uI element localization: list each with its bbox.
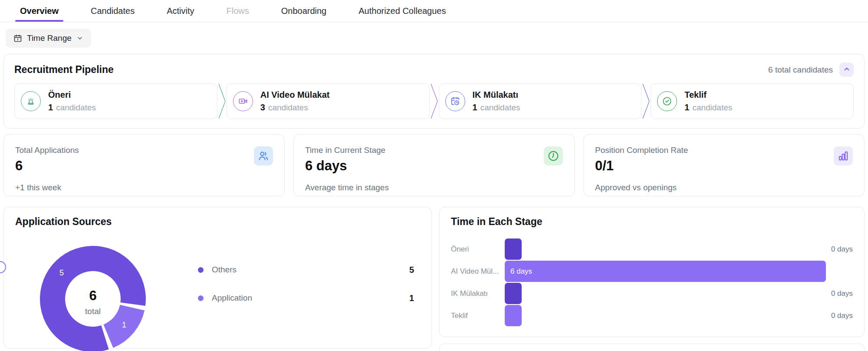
bar-fill[interactable] — [505, 283, 522, 304]
stat-label: Position Completion Rate — [595, 146, 853, 155]
siren-icon — [21, 91, 41, 111]
legend-value: 1 — [409, 293, 414, 303]
time-in-each-stage-card: Time in Each Stage Öneri0 daysAI Video M… — [439, 207, 865, 337]
stage-count: 1 — [473, 103, 477, 112]
application-sources-title: Application Sources — [15, 216, 420, 228]
stat-value: 6 days — [305, 158, 563, 174]
bar-track — [505, 283, 826, 304]
legend-value: 5 — [409, 265, 414, 275]
stage-count: 1 — [684, 103, 689, 112]
calendar-icon — [13, 34, 22, 43]
charts-row: Application Sources 516total Others5Appl… — [3, 207, 865, 351]
bar-track — [505, 305, 826, 326]
stat-value: 6 — [15, 158, 273, 174]
stage-card-ik-mulakati[interactable]: IK Mülakatı 1candidates — [439, 83, 642, 119]
bar-row: IK Mülakatı0 days — [451, 282, 853, 305]
recruitment-dashboard: Overview Candidates Activity Flows Onboa… — [0, 0, 868, 351]
total-candidates-text: 6 total candidates — [768, 65, 833, 75]
stage-arrow-separator — [218, 83, 226, 119]
pipeline-stages: Öneri 1candidates AI Video Mülakat 3c — [14, 83, 854, 119]
time-range-label: Time Range — [27, 33, 72, 43]
stage-name: IK Mülakatı — [473, 90, 520, 100]
application-sources-donut[interactable]: 516total — [32, 238, 154, 351]
stage-arrow-separator — [642, 83, 650, 119]
stat-label: Time in Current Stage — [305, 146, 563, 155]
tab-candidates[interactable]: Candidates — [91, 0, 135, 22]
recruitment-pipeline-card: Recruitment Pipeline 6 total candidates — [3, 54, 865, 129]
sources-legend: Others5Application1 — [198, 263, 420, 351]
stage-count: 1 — [48, 103, 53, 112]
donut-slice-value: 1 — [122, 321, 126, 329]
stat-label: Total Applications — [15, 146, 273, 155]
total-applications-card: Total Applications 6 +1 this week — [3, 134, 285, 196]
stage-arrow-separator — [431, 83, 438, 119]
tab-authorized-colleagues[interactable]: Authorized Colleagues — [358, 0, 446, 22]
pipeline-title: Recruitment Pipeline — [14, 64, 114, 76]
bar-category-label: Teklif — [451, 311, 505, 320]
stage-unit: candidates — [56, 103, 96, 112]
stage-name: Öneri — [48, 90, 96, 100]
legend-dot — [198, 295, 204, 301]
stage-unit: candidates — [480, 103, 520, 112]
stage-name: Teklif — [684, 90, 732, 100]
donut-center-value: 6 — [89, 288, 96, 303]
legend-label: Others — [212, 265, 237, 275]
bar-value-label: 0 days — [826, 289, 853, 298]
users-icon — [254, 146, 273, 166]
toolbar: Time Range — [0, 22, 868, 48]
bar-chart-icon — [834, 146, 853, 166]
chevron-up-icon — [843, 65, 851, 74]
chevron-down-icon — [76, 35, 83, 42]
legend-dot — [198, 267, 204, 273]
stage-unit: candidates — [692, 103, 732, 112]
stage-count: 3 — [260, 103, 265, 112]
calendar-clock-icon — [445, 91, 465, 111]
bar-category-label: AI Video Mül... — [451, 267, 505, 276]
stage-card-teklif[interactable]: Teklif 1candidates — [651, 83, 854, 119]
bar-value-label: 0 days — [826, 311, 853, 320]
stats-row: Total Applications 6 +1 this week Time i… — [3, 134, 865, 196]
legend-label: Application — [212, 293, 252, 303]
tab-onboarding[interactable]: Onboarding — [281, 0, 327, 22]
bar-fill[interactable] — [505, 305, 522, 326]
collapsed-next-card — [439, 344, 865, 351]
stat-sub: Approved vs openings — [595, 183, 853, 192]
bar-fill[interactable]: 6 days — [505, 261, 826, 282]
stage-name: AI Video Mülakat — [260, 90, 330, 100]
bar-category-label: Öneri — [451, 245, 505, 254]
stage-unit: candidates — [268, 103, 308, 112]
clock-icon — [544, 146, 563, 166]
stat-sub: +1 this week — [15, 183, 273, 192]
application-sources-card: Application Sources 516total Others5Appl… — [3, 207, 432, 348]
collapse-pipeline-button[interactable] — [839, 63, 854, 77]
time-in-each-stage-title: Time in Each Stage — [451, 216, 853, 228]
time-in-current-stage-card: Time in Current Stage 6 days Average tim… — [293, 134, 575, 196]
circle-check-icon — [657, 91, 677, 111]
tab-activity[interactable]: Activity — [167, 0, 194, 22]
video-camera-icon — [233, 91, 253, 111]
legend-row-others: Others5 — [198, 263, 414, 276]
stat-sub: Average time in stages — [305, 183, 563, 192]
bar-category-label: IK Mülakatı — [451, 289, 505, 298]
legend-row-application: Application1 — [198, 291, 414, 305]
stat-value: 0/1 — [595, 158, 853, 174]
donut-center-label: total — [85, 307, 101, 316]
position-completion-rate-card: Position Completion Rate 0/1 Approved vs… — [583, 134, 865, 196]
bar-fill[interactable] — [505, 238, 522, 260]
tab-flows[interactable]: Flows — [226, 0, 249, 22]
bar-row: Teklif0 days — [451, 305, 853, 327]
stage-time-bar-chart[interactable]: Öneri0 daysAI Video Mül...6 daysIK Mülak… — [451, 238, 853, 327]
bar-row: AI Video Mül...6 days — [451, 260, 853, 282]
bar-track: 6 days — [505, 261, 826, 282]
tab-overview[interactable]: Overview — [20, 0, 59, 22]
stage-card-oneri[interactable]: Öneri 1candidates — [14, 83, 217, 119]
bar-inner-value-label: 6 days — [510, 267, 532, 276]
bar-value-label: 0 days — [826, 245, 853, 254]
time-range-button[interactable]: Time Range — [6, 29, 91, 48]
bar-track — [505, 238, 826, 260]
donut-slice-value: 5 — [59, 268, 64, 277]
top-nav: Overview Candidates Activity Flows Onboa… — [0, 0, 868, 22]
stage-card-ai-video-mulakat[interactable]: AI Video Mülakat 3candidates — [227, 83, 430, 119]
bar-row: Öneri0 days — [451, 238, 853, 260]
